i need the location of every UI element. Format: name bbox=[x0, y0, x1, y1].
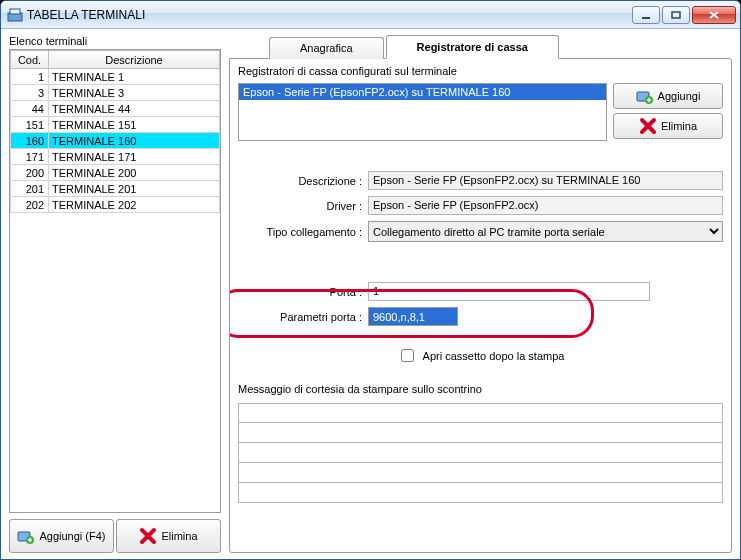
cell-desc: TERMINALE 200 bbox=[49, 165, 220, 181]
window-controls bbox=[632, 6, 736, 24]
terminals-header-row: Cod. Descrizione bbox=[11, 51, 220, 69]
add-icon bbox=[17, 527, 35, 545]
table-row[interactable]: 3TERMINALE 3 bbox=[11, 85, 220, 101]
tipo-label: Tipo collegamento : bbox=[238, 226, 362, 238]
cell-cod: 201 bbox=[11, 181, 49, 197]
cell-desc: TERMINALE 160 bbox=[49, 133, 220, 149]
param-input[interactable] bbox=[368, 307, 458, 326]
table-row[interactable]: 202TERMINALE 202 bbox=[11, 197, 220, 213]
tab-registratore[interactable]: Registratore di cassa bbox=[386, 35, 559, 59]
titlebar[interactable]: TABELLA TERMINALI bbox=[1, 1, 740, 29]
delete-terminal-label: Elimina bbox=[161, 530, 197, 542]
cell-desc: TERMINALE 3 bbox=[49, 85, 220, 101]
cell-desc: TERMINALE 202 bbox=[49, 197, 220, 213]
right-pane: Anagrafica Registratore di cassa Registr… bbox=[229, 35, 732, 553]
driver-label: Driver : bbox=[238, 200, 362, 212]
msg-label: Messaggio di cortesia da stampare sullo … bbox=[238, 383, 723, 395]
driver-value: Epson - Serie FP (EpsonFP2.ocx) bbox=[368, 196, 723, 215]
cell-cod: 3 bbox=[11, 85, 49, 101]
minimize-button[interactable] bbox=[632, 6, 660, 24]
add-reg-label: Aggiungi bbox=[658, 90, 701, 102]
porta-label: Porta : bbox=[238, 286, 362, 298]
cell-desc: TERMINALE 151 bbox=[49, 117, 220, 133]
porta-value[interactable]: 1 bbox=[368, 282, 650, 301]
table-row[interactable]: 1TERMINALE 1 bbox=[11, 69, 220, 85]
list-item[interactable]: Epson - Serie FP (EpsonFP2.ocx) su TERMI… bbox=[239, 84, 606, 100]
msg-line[interactable] bbox=[238, 403, 723, 423]
cell-cod: 44 bbox=[11, 101, 49, 117]
app-icon bbox=[7, 7, 23, 23]
cell-cod: 1 bbox=[11, 69, 49, 85]
maximize-button[interactable] bbox=[662, 6, 690, 24]
minimize-icon bbox=[641, 11, 651, 19]
tipo-select[interactable]: Collegamento diretto al PC tramite porta… bbox=[368, 221, 723, 242]
terminals-label: Elenco terminali bbox=[9, 35, 221, 47]
add-terminal-label: Aggiungi (F4) bbox=[39, 530, 105, 542]
table-row[interactable]: 151TERMINALE 151 bbox=[11, 117, 220, 133]
cell-desc: TERMINALE 171 bbox=[49, 149, 220, 165]
delete-icon bbox=[639, 117, 657, 135]
close-icon bbox=[708, 10, 720, 20]
table-row[interactable]: 200TERMINALE 200 bbox=[11, 165, 220, 181]
delete-reg-label: Elimina bbox=[661, 120, 697, 132]
svg-rect-3 bbox=[672, 12, 680, 18]
msg-lines bbox=[238, 403, 723, 503]
msg-line[interactable] bbox=[238, 463, 723, 483]
add-terminal-button[interactable]: Aggiungi (F4) bbox=[9, 519, 114, 553]
regs-list[interactable]: Epson - Serie FP (EpsonFP2.ocx) su TERMI… bbox=[238, 83, 607, 141]
delete-icon bbox=[139, 527, 157, 545]
descr-label: Descrizione : bbox=[238, 175, 362, 187]
table-row[interactable]: 201TERMINALE 201 bbox=[11, 181, 220, 197]
col-cod[interactable]: Cod. bbox=[11, 51, 49, 69]
delete-reg-button[interactable]: Elimina bbox=[613, 113, 723, 139]
client-area: Elenco terminali Cod. Descrizione 1TERMI… bbox=[1, 29, 740, 559]
cell-desc: TERMINALE 201 bbox=[49, 181, 220, 197]
tab-panel-registratore: Registratori di cassa configurati sul te… bbox=[229, 58, 732, 553]
regs-label: Registratori di cassa configurati sul te… bbox=[238, 65, 723, 77]
msg-line[interactable] bbox=[238, 423, 723, 443]
table-row[interactable]: 44TERMINALE 44 bbox=[11, 101, 220, 117]
tab-strip: Anagrafica Registratore di cassa bbox=[229, 35, 732, 59]
window: TABELLA TERMINALI Elenco terminali bbox=[0, 0, 741, 560]
cell-cod: 202 bbox=[11, 197, 49, 213]
param-label: Parametri porta : bbox=[238, 311, 362, 323]
msg-line[interactable] bbox=[238, 443, 723, 463]
col-desc[interactable]: Descrizione bbox=[49, 51, 220, 69]
add-icon bbox=[636, 87, 654, 105]
tab-anagrafica[interactable]: Anagrafica bbox=[269, 37, 384, 59]
cell-cod: 200 bbox=[11, 165, 49, 181]
left-pane: Elenco terminali Cod. Descrizione 1TERMI… bbox=[9, 35, 221, 553]
apri-cassetto-label: Apri cassetto dopo la stampa bbox=[423, 350, 565, 362]
cell-desc: TERMINALE 44 bbox=[49, 101, 220, 117]
cell-cod: 171 bbox=[11, 149, 49, 165]
table-row[interactable]: 160TERMINALE 160 bbox=[11, 133, 220, 149]
add-reg-button[interactable]: Aggiungi bbox=[613, 83, 723, 109]
cell-cod: 160 bbox=[11, 133, 49, 149]
svg-rect-2 bbox=[642, 17, 650, 19]
cell-desc: TERMINALE 1 bbox=[49, 69, 220, 85]
close-button[interactable] bbox=[692, 6, 736, 24]
window-title: TABELLA TERMINALI bbox=[27, 8, 632, 22]
delete-terminal-button[interactable]: Elimina bbox=[116, 519, 221, 553]
terminals-grid[interactable]: Cod. Descrizione 1TERMINALE 13TERMINALE … bbox=[9, 49, 221, 513]
svg-rect-1 bbox=[10, 9, 20, 14]
descr-value: Epson - Serie FP (EpsonFP2.ocx) su TERMI… bbox=[368, 171, 723, 190]
cell-cod: 151 bbox=[11, 117, 49, 133]
apri-cassetto-checkbox[interactable] bbox=[401, 349, 414, 362]
table-row[interactable]: 171TERMINALE 171 bbox=[11, 149, 220, 165]
msg-line[interactable] bbox=[238, 483, 723, 503]
maximize-icon bbox=[671, 11, 681, 19]
